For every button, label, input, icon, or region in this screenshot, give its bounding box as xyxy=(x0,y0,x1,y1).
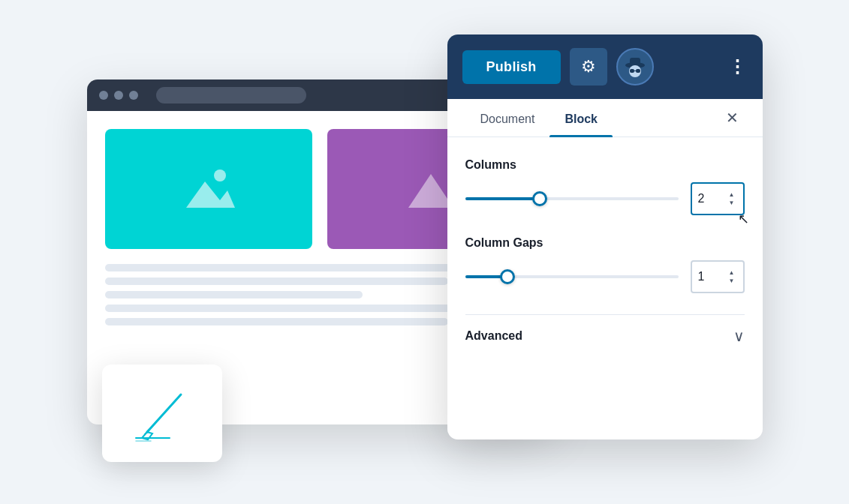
tab-document[interactable]: Document xyxy=(465,99,550,136)
text-line-5 xyxy=(105,318,449,326)
more-icon: ⋮ xyxy=(728,56,748,76)
columns-slider-track[interactable] xyxy=(465,197,679,200)
columns-stepper[interactable]: ▲ ▼ xyxy=(727,191,737,207)
svg-marker-1 xyxy=(186,182,235,208)
avatar-icon xyxy=(622,53,649,80)
image-icon-cyan xyxy=(179,159,239,219)
gear-icon: ⚙ xyxy=(581,57,596,76)
svg-marker-2 xyxy=(408,174,453,208)
text-line-3 xyxy=(105,291,363,298)
close-panel-button[interactable]: ✕ xyxy=(720,103,745,133)
cursor-pointer-icon: ↖ xyxy=(738,211,749,227)
columns-increment[interactable]: ▲ xyxy=(727,191,737,199)
browser-dot-2 xyxy=(114,91,123,100)
settings-gear-button[interactable]: ⚙ xyxy=(570,48,607,86)
column-gaps-increment[interactable]: ▲ xyxy=(727,269,737,277)
chevron-down-icon: ∨ xyxy=(733,327,745,345)
user-avatar[interactable] xyxy=(616,48,654,86)
advanced-section[interactable]: Advanced ∨ xyxy=(465,314,745,357)
panel-header: Publish ⚙ xyxy=(447,34,763,99)
more-options-button[interactable]: ⋮ xyxy=(728,56,748,77)
columns-label: Columns xyxy=(465,158,745,172)
columns-slider-fill xyxy=(465,197,540,200)
close-icon: ✕ xyxy=(726,110,739,126)
panel-body: Columns 2 ▲ ▼ ↖ xyxy=(447,137,763,378)
columns-slider-row: 2 ▲ ▼ ↖ xyxy=(465,182,745,215)
svg-rect-11 xyxy=(630,69,634,73)
columns-value: 2 xyxy=(698,192,705,206)
image-placeholder-cyan xyxy=(105,129,312,249)
column-gaps-slider-track[interactable] xyxy=(465,275,679,278)
panel-tabs: Document Block ✕ xyxy=(447,99,763,137)
column-gaps-number-input[interactable]: 1 ▲ ▼ xyxy=(691,260,745,293)
svg-rect-12 xyxy=(636,69,640,73)
column-gaps-stepper[interactable]: ▲ ▼ xyxy=(727,269,737,285)
column-gaps-label: Column Gaps xyxy=(465,236,745,250)
text-line-2 xyxy=(105,278,449,285)
column-gaps-decrement[interactable]: ▼ xyxy=(727,278,737,285)
columns-number-input[interactable]: 2 ▲ ▼ ↖ xyxy=(691,182,745,215)
browser-urlbar xyxy=(156,87,306,104)
advanced-label: Advanced xyxy=(465,329,522,343)
column-gaps-control: Column Gaps 1 ▲ ▼ xyxy=(465,236,745,293)
tab-block[interactable]: Block xyxy=(549,99,613,136)
column-gaps-value: 1 xyxy=(698,270,705,284)
columns-slider-thumb[interactable] xyxy=(532,191,547,206)
svg-point-0 xyxy=(214,170,226,182)
signature-illustration xyxy=(121,380,203,447)
browser-dot-1 xyxy=(99,91,108,100)
browser-dot-3 xyxy=(129,91,138,100)
avatar-interior xyxy=(618,50,652,84)
svg-line-3 xyxy=(147,394,181,432)
columns-decrement[interactable]: ▼ xyxy=(727,200,737,207)
scene: Publish ⚙ xyxy=(87,34,763,470)
column-gaps-slider-thumb[interactable] xyxy=(500,269,515,284)
columns-control: Columns 2 ▲ ▼ ↖ xyxy=(465,158,745,215)
publish-button[interactable]: Publish xyxy=(462,50,561,84)
column-gaps-slider-row: 1 ▲ ▼ xyxy=(465,260,745,293)
settings-panel: Publish ⚙ xyxy=(447,34,763,440)
signature-card xyxy=(102,364,222,462)
